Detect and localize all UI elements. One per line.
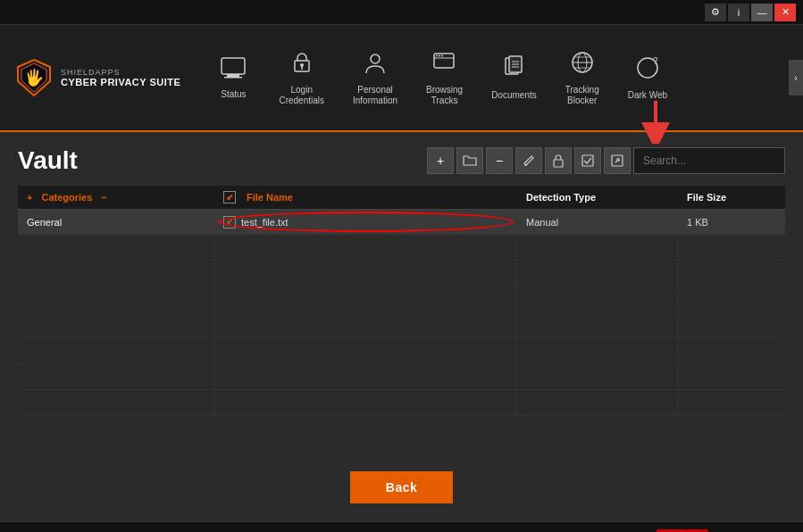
export-button[interactable] (604, 147, 631, 174)
detection-label: Detection Type (526, 192, 596, 203)
search-input[interactable] (633, 147, 785, 174)
nav-status[interactable]: Status (202, 25, 264, 130)
info-button[interactable]: i (728, 4, 749, 21)
right-chevron[interactable]: › (789, 60, 803, 96)
filesize-label: File Size (687, 192, 726, 203)
vault-title: Vault (18, 146, 78, 175)
empty-fn (214, 312, 517, 337)
empty-dt (517, 287, 678, 312)
back-area: Back (0, 453, 803, 521)
empty-fn (214, 390, 517, 415)
tools-button[interactable]: ⚙ (705, 4, 726, 21)
arrow-indicator (640, 101, 672, 147)
darkweb-icon: ? (635, 55, 660, 87)
header-filename: ✔ File Name (214, 186, 517, 209)
nav-tracking-label: TrackingBlocker (565, 85, 599, 106)
header-detection: Detection Type (517, 186, 678, 209)
table-header-row: + Categories − ✔ File Name Detection Typ… (18, 186, 785, 210)
empty-dt (517, 312, 678, 337)
nav-personal-label: PersonalInformation (353, 85, 397, 106)
empty-fs (678, 364, 785, 389)
header-categories: + Categories − (18, 186, 214, 209)
empty-cat (18, 287, 214, 312)
vault-toolbar: + − (427, 147, 785, 174)
svg-point-7 (300, 63, 304, 67)
nav-documents-label: Documents (491, 90, 537, 101)
empty-fn (214, 364, 517, 389)
empty-fn (214, 261, 517, 286)
header-filesize: File Size (678, 186, 785, 209)
nav-status-label: Status (221, 89, 246, 100)
empty-cat (18, 338, 214, 363)
row-checkbox-icon[interactable]: ✔ (223, 216, 236, 229)
minus-button[interactable]: − (486, 147, 513, 174)
logo-text: SHIELDAPPS CYBER PRIVACY SUITE (61, 68, 180, 87)
nav-login-label: LoginCredentials (279, 85, 324, 106)
svg-point-13 (439, 54, 440, 56)
empty-fs (678, 235, 785, 260)
nav-personal[interactable]: PersonalInformation (339, 25, 412, 130)
title-bar: ⚙ i — ✕ (0, 0, 803, 25)
add-button[interactable]: + (427, 147, 454, 174)
logo-area: 🖐 SHIELDAPPS CYBER PRIVACY SUITE (14, 58, 180, 97)
svg-point-9 (371, 54, 380, 63)
folder-button[interactable] (456, 147, 483, 174)
add-category-icon[interactable]: + (27, 192, 32, 203)
detection-cell: Manual (517, 210, 678, 234)
filename-value: test_file.txt (241, 217, 289, 228)
empty-row (18, 364, 785, 390)
vault-header: Vault + − (18, 146, 785, 175)
svg-rect-30 (554, 160, 563, 167)
personal-icon (363, 50, 388, 81)
nav-documents[interactable]: Documents (477, 25, 551, 130)
back-button[interactable]: Back (350, 471, 453, 503)
empty-dt (517, 338, 678, 363)
lock-button[interactable] (545, 147, 572, 174)
empty-fn (214, 287, 517, 312)
svg-text:🖐: 🖐 (24, 68, 45, 87)
empty-row (18, 287, 785, 312)
empty-cat (18, 261, 214, 286)
svg-rect-4 (227, 74, 239, 77)
empty-fs (678, 261, 785, 286)
header-checkbox-icon[interactable]: ✔ (223, 191, 236, 204)
close-button[interactable]: ✕ (774, 4, 796, 21)
empty-dt (517, 261, 678, 286)
empty-cat (18, 390, 214, 415)
empty-row (18, 338, 785, 364)
empty-fs (678, 287, 785, 312)
checkbox-button[interactable] (574, 147, 601, 174)
empty-dt (517, 390, 678, 415)
nav-login[interactable]: LoginCredentials (264, 25, 339, 130)
documents-icon (501, 55, 526, 87)
logo-top: SHIELDAPPS (61, 68, 180, 77)
edit-button[interactable] (515, 147, 542, 174)
main-content: Vault + − + C (0, 132, 803, 453)
empty-dt (517, 235, 678, 260)
filename-label: File Name (247, 192, 293, 203)
svg-point-14 (441, 54, 443, 56)
minus-category-icon[interactable]: − (101, 192, 106, 203)
empty-row (18, 261, 785, 287)
vault-table: + Categories − ✔ File Name Detection Typ… (18, 186, 785, 416)
empty-fn (214, 338, 517, 363)
browsing-icon (432, 50, 457, 81)
nav-browsing[interactable]: BrowsingTracks (412, 25, 477, 130)
svg-rect-3 (222, 58, 245, 74)
minimize-button[interactable]: — (751, 4, 773, 21)
svg-rect-5 (224, 77, 242, 79)
status-icon (220, 56, 247, 86)
header: 🖐 SHIELDAPPS CYBER PRIVACY SUITE Status … (0, 25, 803, 132)
nav-items: Status LoginCredentials PersonalInformat… (202, 25, 789, 130)
empty-fn (214, 235, 517, 260)
logo-bottom: CYBER PRIVACY SUITE (61, 77, 180, 87)
nav-darkweb-label: Dark Web (628, 90, 667, 101)
table-row[interactable]: General ✔ test_file.txt Manual 1 KB (18, 210, 785, 235)
nav-tracking[interactable]: TrackingBlocker (551, 25, 614, 130)
empty-fs (678, 312, 785, 337)
empty-cat (18, 312, 214, 337)
footer: Cyber Privacy Suite 3.0.8 下载吧 www.xiazai… (0, 521, 803, 532)
empty-fs (678, 390, 785, 415)
empty-fs (678, 338, 785, 363)
empty-row (18, 390, 785, 416)
